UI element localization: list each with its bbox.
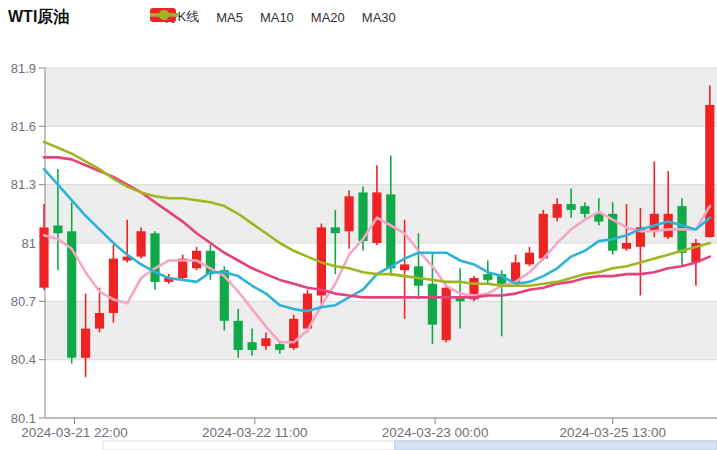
y-axis-label: 81.9 [11,61,36,76]
x-axis: 2024-03-21 22:002024-03-22 11:002024-03-… [21,418,717,440]
candle[interactable] [137,227,146,258]
y-axis-label: 81.3 [11,177,36,192]
datazoom-slider[interactable] [103,441,717,450]
candle[interactable] [442,286,451,342]
candle[interactable] [317,224,326,308]
candlestick-chart[interactable]: 81.981.681.38180.780.480.12024-03-21 22:… [0,0,717,450]
y-axis-label: 80.1 [11,411,36,426]
x-axis-label: 2024-03-23 00:00 [382,425,489,440]
y-axis-label: 81 [22,236,36,251]
candle[interactable] [150,231,159,289]
x-axis-label: 2024-03-22 11:00 [202,425,308,440]
y-axis-label: 80.7 [11,294,36,309]
x-axis-label: 2024-03-25 13:00 [559,425,666,440]
y-axis-label: 81.6 [11,119,36,134]
candle[interactable] [705,86,714,238]
datazoom-window[interactable] [395,441,717,450]
candle[interactable] [539,210,548,261]
y-axis-label: 80.4 [11,352,36,367]
candle[interactable] [289,315,298,350]
chart-app: WTI原油 60分K线MA5MA10MA20MA30 81.981.681.38… [0,0,717,450]
x-axis-label: 2024-03-21 22:00 [21,425,128,440]
